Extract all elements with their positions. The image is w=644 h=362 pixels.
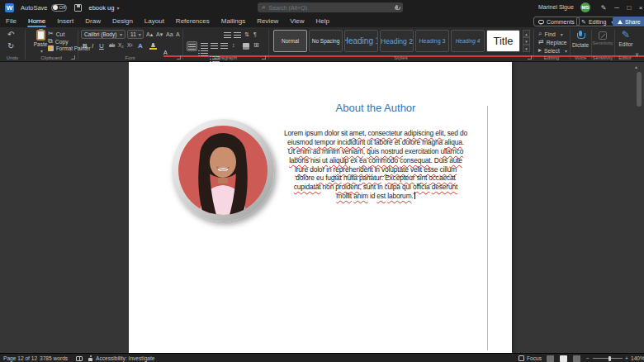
select-button[interactable]: ▸ Select ▾ [538, 47, 567, 54]
menu-tab-draw[interactable]: Draw [79, 15, 107, 27]
paragraph-dialog-launcher[interactable] [262, 55, 266, 60]
zoom-slider[interactable] [593, 354, 623, 362]
menu-tab-file[interactable]: File [0, 15, 22, 27]
clear-formatting-button[interactable]: A [176, 31, 180, 37]
styles-dialog-launcher[interactable] [528, 55, 532, 60]
style-title[interactable]: Title [486, 30, 520, 52]
autosave-toggle[interactable]: Off [51, 4, 67, 12]
doc-title-chevron-icon[interactable]: ▾ [116, 5, 119, 11]
shrink-font-button[interactable]: A▾ [156, 31, 163, 37]
scrollbar-thumb[interactable] [637, 72, 642, 107]
word-count[interactable]: 3785 words [40, 354, 68, 362]
strikethrough-button[interactable]: ab [109, 43, 115, 49]
menu-tab-layout[interactable]: Layout [139, 15, 170, 27]
style-heading-1[interactable]: Heading 1 [344, 30, 378, 52]
search-mic-icon[interactable] [395, 5, 399, 11]
misspelled-word: laborum [387, 192, 411, 200]
scrollbar-up-icon[interactable]: ▴ [635, 64, 637, 69]
font-size-combo[interactable]: 11 ▾ [127, 30, 144, 39]
align-left-button[interactable] [187, 41, 197, 51]
style-heading-2[interactable]: Heading 2 [380, 30, 414, 52]
menu-tab-home[interactable]: Home [22, 15, 51, 27]
gallery-scroll-up-icon[interactable]: ▴ [523, 30, 530, 37]
borders-button[interactable]: ⊞ [253, 42, 259, 49]
text-highlight-button[interactable] [149, 43, 157, 50]
page-indicator[interactable]: Page 12 of 12 [3, 354, 37, 362]
print-layout-button[interactable] [560, 354, 567, 362]
sensitivity-button[interactable]: Sensitivity [593, 31, 613, 45]
zoom-in-button[interactable]: + [625, 354, 628, 362]
font-dialog-launcher[interactable] [177, 55, 181, 60]
gallery-more-icon[interactable]: ▾ [523, 45, 530, 52]
author-photo-frame[interactable] [172, 119, 274, 221]
comments-button[interactable]: Comments [533, 17, 580, 26]
font-size-chevron-icon: ▾ [139, 31, 141, 37]
undo-button[interactable]: ↶ [7, 31, 14, 39]
replace-button[interactable]: ⇄ Replace [538, 39, 567, 45]
close-button[interactable]: × [635, 0, 644, 15]
find-button[interactable]: ⌕ Find ▾ [538, 31, 563, 37]
decrease-indent-button[interactable] [224, 32, 231, 38]
style-no-spacing[interactable]: No Spacing [309, 30, 343, 52]
sort-button[interactable]: ⇅ [244, 31, 249, 37]
focus-mode-button[interactable]: Focus [519, 354, 542, 362]
zoom-out-button[interactable]: − [586, 354, 590, 362]
bold-button[interactable]: B [83, 43, 88, 50]
font-family-combo[interactable]: Calibri (Body) ▾ [81, 30, 125, 39]
editor-button[interactable]: ✎ Editor [618, 30, 634, 47]
word-window: W AutoSave Off ebook ug ▾ ⌕ Marinel Sigu… [0, 0, 644, 362]
menu-tab-mailings[interactable]: Mailings [215, 15, 251, 27]
menu-tab-design[interactable]: Design [107, 15, 139, 27]
proofing-book-icon [76, 356, 83, 361]
style-normal[interactable]: Normal [273, 30, 307, 52]
inking-pen-icon[interactable]: ✎ [598, 0, 609, 15]
document-page[interactable]: About the Author Lorem ipsum dolor sit a… [129, 62, 512, 353]
style-heading-4[interactable]: Heading 4 [451, 30, 485, 52]
read-mode-button[interactable] [547, 354, 554, 362]
user-avatar[interactable]: MS [580, 2, 590, 12]
align-right-button[interactable] [211, 43, 218, 49]
grow-font-button[interactable]: A▴ [146, 31, 153, 37]
clipboard-dialog-launcher[interactable] [71, 55, 75, 60]
change-case-button[interactable]: Aa [166, 31, 173, 37]
cut-button[interactable]: ✂ Cut [48, 31, 64, 37]
line-spacing-button[interactable]: ↕ [232, 42, 235, 48]
italic-button[interactable]: I [92, 43, 93, 50]
gallery-scroll-down-icon[interactable]: ▾ [523, 37, 530, 45]
zoom-level[interactable]: 140% [631, 354, 644, 362]
web-layout-button[interactable] [573, 354, 580, 362]
superscript-button[interactable]: X² [127, 43, 133, 49]
menu-tab-help[interactable]: Help [310, 15, 335, 27]
justify-button[interactable] [220, 43, 228, 49]
minimize-button[interactable]: ─ [611, 0, 623, 15]
show-hide-pilcrow-button[interactable]: ¶ [253, 31, 257, 37]
save-icon[interactable] [74, 4, 82, 12]
document-canvas[interactable]: About the Author Lorem ipsum dolor sit a… [0, 62, 644, 353]
copy-button[interactable]: ⧉ Copy [48, 38, 69, 45]
dictate-button[interactable]: Dictate [571, 31, 590, 48]
menu-tab-references[interactable]: References [170, 15, 215, 27]
maximize-button[interactable]: □ [623, 0, 635, 15]
document-title[interactable]: ebook ug [89, 4, 115, 12]
document-paragraph[interactable]: Lorem ipsum dolor sit amet, consectetur … [284, 129, 467, 201]
search-box[interactable]: ⌕ [258, 2, 403, 12]
accessibility-status[interactable]: Accessibility: Investigate [88, 354, 154, 362]
subscript-button[interactable]: X₂ [118, 43, 124, 49]
menu-tab-insert[interactable]: Insert [51, 15, 79, 27]
zoom-slider-track[interactable] [593, 358, 623, 359]
underline-button[interactable]: U [99, 43, 104, 50]
redo-button[interactable]: ↻ [7, 42, 14, 50]
menu-tab-review[interactable]: Review [251, 15, 284, 27]
share-button[interactable]: Share ▾ [613, 17, 644, 26]
shading-button[interactable] [243, 43, 249, 50]
text-effects-button[interactable]: A [138, 43, 143, 50]
menu-tab-view[interactable]: View [284, 15, 310, 27]
increase-indent-button[interactable] [234, 32, 241, 38]
zoom-slider-knob[interactable] [608, 356, 611, 361]
search-input[interactable] [268, 5, 395, 11]
collapse-ribbon-icon[interactable]: ∨ [635, 51, 639, 58]
text-run: , sunt in culpa qui [359, 183, 413, 191]
align-center-button[interactable] [201, 43, 208, 49]
proofing-status[interactable] [76, 354, 83, 362]
style-heading-3[interactable]: Heading 3 [415, 30, 449, 52]
